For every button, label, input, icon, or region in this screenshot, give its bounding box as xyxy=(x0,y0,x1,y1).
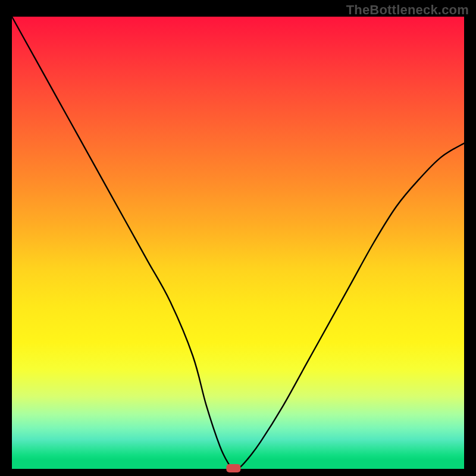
watermark-label: TheBottleneck.com xyxy=(346,2,469,18)
chart-frame: TheBottleneck.com xyxy=(0,0,476,476)
bottleneck-curve-path xyxy=(12,17,464,470)
bottleneck-curve-svg xyxy=(12,17,464,469)
optimal-point-marker xyxy=(226,464,240,472)
plot-area xyxy=(12,17,464,469)
